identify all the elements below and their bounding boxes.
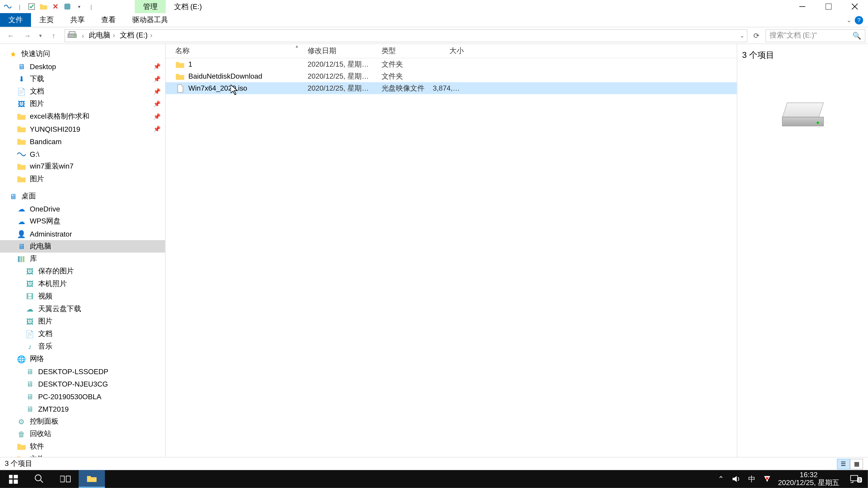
taskbar-taskview-button[interactable] (53, 470, 79, 488)
nav-label: 文档 (30, 86, 44, 96)
nav-quick-item[interactable]: YUNQISHI2019📌 (0, 123, 165, 135)
column-header-type[interactable]: 类型 (372, 46, 433, 56)
ribbon-tabs: 文件 主页 共享 查看 驱动器工具 ⌄ ? (0, 13, 868, 27)
cpl-icon: ⚙ (17, 417, 26, 426)
tray-ime-icon[interactable]: 中 (747, 474, 756, 484)
nav-quick-item[interactable]: win7重装win7 (0, 160, 165, 173)
nav-network-item[interactable]: 🖥DESKTOP-LSSOEDP (0, 365, 165, 378)
window-title: 文档 (E:) (166, 0, 210, 13)
nav-quick-item[interactable]: excel表格制作求和📌 (0, 110, 165, 123)
column-header-size[interactable]: 大小 (433, 46, 468, 56)
file-row[interactable]: Win7x64_2020.iso2020/12/25, 星期五 1...光盘映像… (166, 82, 737, 94)
svg-line-17 (40, 480, 43, 483)
maximize-button[interactable] (815, 0, 842, 13)
file-name: BaiduNetdiskDownload (188, 72, 262, 80)
tray-security-icon[interactable] (763, 474, 772, 484)
svg-rect-15 (13, 479, 18, 483)
nav-network-item[interactable]: 🖥DESKTOP-NJEU3CG (0, 378, 165, 390)
nav-desktop-item[interactable]: 库 (0, 253, 165, 265)
refresh-button[interactable]: ⟳ (750, 29, 763, 42)
breadcrumb-bar[interactable]: › 此电脑› 文档 (E:)› ⌄ (64, 29, 747, 42)
downloads-icon: ⬇ (17, 74, 26, 84)
app-icon (2, 1, 13, 12)
nav-network-item[interactable]: 🖥PC-20190530OBLA (0, 390, 165, 402)
nav-quick-item[interactable]: 📄文档📌 (0, 85, 165, 98)
ribbon-tab-view[interactable]: 查看 (93, 13, 124, 27)
qat-customize-icon[interactable]: ▾ (74, 1, 85, 12)
nav-label: Bandicam (30, 137, 62, 146)
nav-library-item[interactable]: 🎞视频 (0, 290, 165, 302)
nav-library-item[interactable]: 🖼保存的图片 (0, 265, 165, 278)
nav-item[interactable]: 文件 (0, 453, 165, 457)
folder-icon (17, 111, 26, 121)
taskbar-clock[interactable]: 16:32 2020/12/25, 星期五 (778, 471, 839, 487)
nav-forward-button[interactable]: → (19, 29, 36, 42)
nav-quick-item[interactable]: 🖼图片📌 (0, 98, 165, 110)
nav-desktop-item[interactable]: ☁WPS网盘 (0, 215, 165, 228)
minimize-button[interactable] (789, 0, 815, 13)
view-icons-button[interactable]: ▦ (850, 458, 863, 469)
nav-label: 天翼云盘下载 (38, 304, 81, 314)
nav-history-dropdown[interactable]: ▾ (36, 29, 45, 42)
taskbar-explorer-button[interactable] (79, 470, 105, 488)
file-type: 文件夹 (372, 59, 433, 69)
column-header-name[interactable]: 名称▴ (166, 46, 298, 56)
nav-label: 文件 (30, 454, 44, 457)
search-input[interactable]: 搜索"文档 (E:)" 🔍 (765, 29, 866, 42)
lib-music-icon: ♪ (25, 341, 35, 351)
nav-quick-item[interactable]: Bandicam (0, 135, 165, 148)
tray-volume-icon[interactable] (732, 474, 741, 484)
nav-desktop-item[interactable]: 🖥此电脑 (0, 240, 165, 253)
nav-network[interactable]: 🌐 网络 (0, 353, 165, 365)
svg-rect-19 (66, 476, 70, 482)
nav-up-button[interactable]: ↑ (45, 29, 62, 42)
nav-library-item[interactable]: 🖼图片 (0, 315, 165, 328)
breadcrumb-root[interactable]: › (77, 31, 86, 39)
nav-desktop-item[interactable]: 👤Administrator (0, 228, 165, 240)
nav-item[interactable]: 🗑回收站 (0, 428, 165, 440)
close-button[interactable] (842, 0, 868, 13)
nav-item[interactable]: 软件 (0, 440, 165, 453)
qat-checkbox-icon[interactable] (26, 1, 37, 12)
view-details-button[interactable]: ☰ (837, 458, 850, 469)
nav-back-button[interactable]: ← (2, 29, 19, 42)
breadcrumb-item[interactable]: 此电脑› (86, 30, 117, 40)
file-row[interactable]: 12020/12/15, 星期二 1...文件夹 (166, 58, 737, 70)
nav-desktop[interactable]: 🖥 桌面 (0, 190, 165, 202)
qat-delete-icon[interactable]: ✕ (50, 1, 61, 12)
nav-quick-item[interactable]: ⬇下载📌 (0, 73, 165, 85)
ribbon-tab-drive-tools[interactable]: 驱动器工具 (124, 13, 176, 27)
nav-quick-access[interactable]: ★ 快速访问 (0, 48, 165, 60)
nav-quick-item[interactable]: 🖥Desktop📌 (0, 60, 165, 72)
ribbon-expand-icon[interactable]: ⌄ (846, 17, 851, 23)
nav-desktop-item[interactable]: ☁OneDrive (0, 203, 165, 215)
help-icon[interactable]: ? (855, 16, 863, 24)
ribbon-tab-share[interactable]: 共享 (62, 13, 93, 27)
qat-folder-icon[interactable] (38, 1, 49, 12)
ribbon-tab-home[interactable]: 主页 (31, 13, 62, 27)
address-bar-row: ← → ▾ ↑ › 此电脑› 文档 (E:)› ⌄ ⟳ 搜索"文档 (E:)" … (0, 27, 868, 44)
nav-item[interactable]: ⚙控制面板 (0, 415, 165, 428)
breadcrumb-dropdown-icon[interactable]: ⌄ (740, 33, 745, 38)
file-row[interactable]: BaiduNetdiskDownload2020/12/25, 星期五 1...… (166, 70, 737, 82)
nav-library-item[interactable]: ☁天翼云盘下载 (0, 303, 165, 315)
net-pc-icon: 🖥 (25, 367, 35, 376)
start-button[interactable] (0, 470, 26, 488)
nav-library-item[interactable]: 🖼本机照片 (0, 278, 165, 290)
nav-library-item[interactable]: ♪音乐 (0, 340, 165, 353)
nav-label: 此电脑 (30, 241, 51, 252)
action-center-button[interactable]: 3 (845, 474, 863, 484)
tray-overflow-icon[interactable]: ⌃ (716, 474, 725, 484)
breadcrumb-item[interactable]: 文档 (E:)› (117, 30, 155, 40)
nav-label: 视频 (38, 291, 53, 301)
nav-quick-item[interactable]: G:\ (0, 148, 165, 160)
qat-properties-icon[interactable] (62, 1, 72, 12)
nav-library-item[interactable]: 📄文档 (0, 328, 165, 340)
nav-label: 软件 (30, 442, 44, 452)
column-header-date[interactable]: 修改日期 (298, 46, 372, 56)
taskbar-search-button[interactable] (26, 470, 53, 488)
nav-network-item[interactable]: 🖥ZMT2019 (0, 403, 165, 415)
drive-icon (17, 149, 26, 159)
nav-quick-item[interactable]: 图片 (0, 173, 165, 185)
ribbon-tab-file[interactable]: 文件 (0, 13, 31, 27)
